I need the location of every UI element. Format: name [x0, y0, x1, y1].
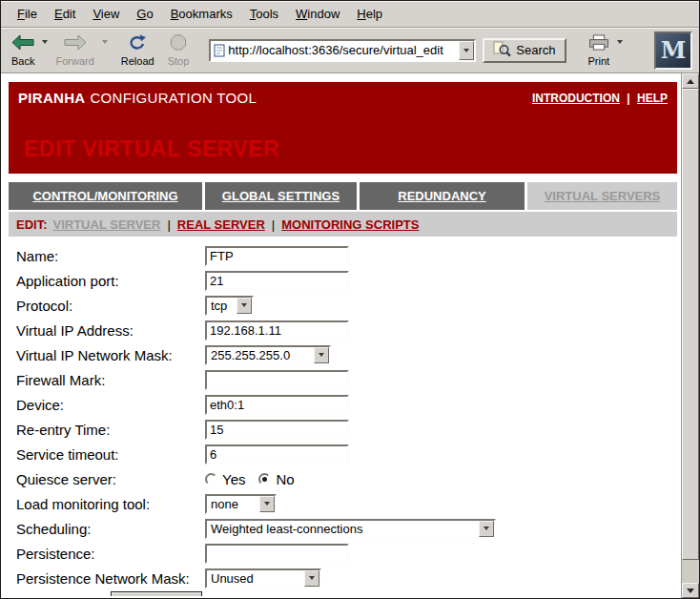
- protocol-label: Protocol:: [16, 298, 205, 314]
- scheduling-select[interactable]: Weighted least-connections: [205, 519, 496, 539]
- reload-button[interactable]: Reload: [116, 32, 159, 69]
- brand-name: PIRANHA: [18, 90, 85, 106]
- reload-label: Reload: [121, 55, 154, 67]
- select-arrow-icon: [259, 496, 275, 512]
- stop-label: Stop: [168, 55, 190, 67]
- chevron-down-icon: [463, 49, 469, 52]
- up-arrow-icon: [687, 79, 694, 84]
- service-timeout-input[interactable]: [205, 444, 349, 465]
- introduction-link[interactable]: INTRODUCTION: [532, 92, 620, 105]
- page-icon: [211, 44, 228, 57]
- back-dropdown-button[interactable]: [39, 32, 51, 44]
- stop-button[interactable]: Stop: [163, 32, 195, 69]
- select-arrow-icon: [479, 521, 494, 537]
- tab-control-monitoring[interactable]: CONTROL/MONITORING: [9, 182, 202, 210]
- navigation-toolbar: Back Forward Reload Stop: [1, 28, 699, 73]
- tab-redundancy[interactable]: REDUNDANCY: [360, 182, 525, 210]
- back-icon: [11, 34, 34, 54]
- device-input[interactable]: [205, 395, 349, 415]
- select-arrow-icon: [237, 298, 252, 314]
- form-row: Protocol: tcp: [9, 293, 677, 318]
- service-timeout-label: Service timeout:: [16, 446, 205, 463]
- form-row: Persistence Network Mask: Unused: [9, 566, 677, 590]
- virtual-ip-mask-value: 255.255.255.0: [207, 347, 314, 363]
- name-label: Name:: [16, 248, 205, 264]
- scrollbar-thumb[interactable]: [682, 89, 699, 560]
- persistence-mask-label: Persistence Network Mask:: [16, 570, 205, 587]
- application-port-input[interactable]: [205, 271, 349, 291]
- load-monitoring-label: Load monitoring tool:: [16, 496, 205, 512]
- form-row: Application port:: [9, 268, 677, 293]
- back-button[interactable]: Back: [7, 32, 39, 69]
- tab-virtual-servers[interactable]: VIRTUAL SERVERS: [527, 182, 677, 210]
- tab-global-settings[interactable]: GLOBAL SETTINGS: [205, 182, 357, 210]
- form-row: Name:: [9, 243, 677, 268]
- virtual-ip-mask-select[interactable]: 255.255.255.0: [205, 345, 331, 365]
- load-monitoring-select[interactable]: none: [205, 494, 277, 514]
- search-button[interactable]: Search: [483, 38, 566, 63]
- menu-bar: File Edit View Go Bookmarks Tools Window…: [1, 1, 699, 28]
- subnav-separator: |: [167, 217, 170, 232]
- form-row: Scheduling: Weighted least-connections: [9, 516, 677, 541]
- chevron-down-icon: [42, 40, 48, 44]
- quiesce-yes-radio[interactable]: [205, 473, 217, 485]
- form-row: Firewall Mark:: [9, 367, 677, 392]
- virtual-server-form: Name: Application port: Protocol: tcp Vi…: [9, 237, 677, 596]
- forward-dropdown-button[interactable]: [99, 32, 111, 44]
- address-bar: [209, 39, 476, 62]
- virtual-ip-input[interactable]: [205, 320, 349, 341]
- stop-icon: [170, 34, 187, 54]
- browser-viewport: PIRANHACONFIGURATION TOOL INTRODUCTION |…: [1, 73, 699, 598]
- virtual-ip-mask-label: Virtual IP Network Mask:: [16, 347, 205, 363]
- scrollbar-trough[interactable]: [682, 560, 699, 583]
- virtual-ip-label: Virtual IP Address:: [16, 322, 205, 339]
- firewall-mark-input[interactable]: [205, 370, 349, 390]
- tab-label: GLOBAL SETTINGS: [222, 189, 340, 203]
- menu-edit[interactable]: Edit: [46, 4, 84, 24]
- menu-window[interactable]: Window: [287, 4, 348, 24]
- reentry-time-input[interactable]: [205, 420, 349, 440]
- accept-button-partial[interactable]: [111, 591, 202, 596]
- menu-view[interactable]: View: [84, 4, 128, 24]
- menu-go[interactable]: Go: [128, 4, 161, 24]
- protocol-select[interactable]: tcp: [205, 296, 254, 316]
- url-dropdown-button[interactable]: [459, 41, 474, 60]
- subnav-monitoring-scripts-link[interactable]: MONITORING SCRIPTS: [281, 217, 419, 232]
- menu-file[interactable]: File: [9, 4, 46, 24]
- menu-tools[interactable]: Tools: [241, 4, 287, 24]
- brand-subtitle: CONFIGURATION TOOL: [90, 90, 257, 106]
- select-arrow-icon: [304, 570, 319, 587]
- mozilla-logo[interactable]: M: [654, 31, 692, 70]
- form-row: Virtual IP Network Mask: 255.255.255.0: [9, 342, 677, 367]
- quiesce-radio-group: Yes No: [205, 471, 308, 487]
- browser-window: File Edit View Go Bookmarks Tools Window…: [0, 0, 700, 599]
- print-button[interactable]: Print: [584, 32, 615, 69]
- quiesce-server-label: Quiesce server:: [16, 471, 205, 487]
- scroll-up-button[interactable]: [682, 73, 699, 89]
- search-icon: [493, 41, 511, 60]
- chevron-down-icon: [617, 40, 623, 44]
- subnav-prefix: EDIT:: [16, 217, 48, 232]
- app-brand: PIRANHACONFIGURATION TOOL: [18, 90, 257, 106]
- persistence-input[interactable]: [205, 544, 349, 564]
- quiesce-no-radio[interactable]: [258, 473, 271, 485]
- firewall-mark-label: Firewall Mark:: [16, 372, 205, 388]
- menu-help[interactable]: Help: [348, 4, 391, 24]
- select-arrow-icon: [314, 347, 329, 363]
- menu-bookmarks[interactable]: Bookmarks: [162, 4, 241, 24]
- forward-button[interactable]: Forward: [51, 32, 98, 69]
- help-link[interactable]: HELP: [637, 92, 668, 105]
- name-input[interactable]: [205, 246, 349, 266]
- quiesce-no-label: No: [276, 471, 294, 487]
- device-label: Device:: [16, 397, 205, 413]
- print-dropdown-button[interactable]: [614, 32, 626, 44]
- form-row: Load monitoring tool: none: [9, 491, 677, 516]
- scroll-down-button[interactable]: [682, 583, 699, 598]
- subnav-virtual-server-link[interactable]: VIRTUAL SERVER: [53, 217, 161, 232]
- vertical-scrollbar: [681, 73, 699, 598]
- down-arrow-icon: [687, 589, 694, 593]
- subnav-real-server-link[interactable]: REAL SERVER: [177, 217, 265, 232]
- reload-icon: [128, 34, 147, 54]
- url-input[interactable]: [228, 42, 459, 59]
- persistence-mask-select[interactable]: Unused: [205, 568, 321, 589]
